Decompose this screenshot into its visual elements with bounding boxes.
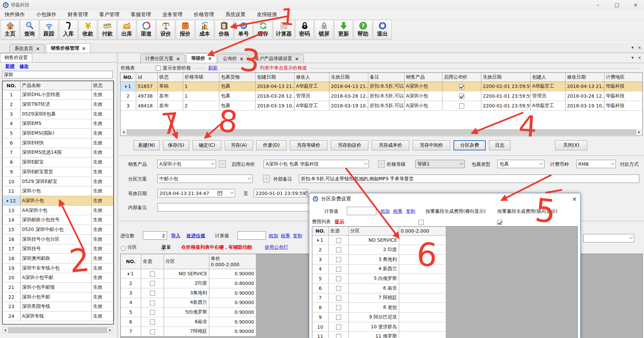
product-row[interactable]: 2 深圳TNT经济 生效 [3,100,113,109]
horizontal-fee-checkbox[interactable] [419,220,424,225]
inbound-button[interactable]: 入库 [59,20,78,40]
import-link[interactable]: 导入 [171,233,180,239]
void-button[interactable]: 作废(D) [256,140,286,150]
col-header-product-name[interactable]: 产品名称 [20,81,91,90]
exit-button[interactable]: 退出 [373,20,392,40]
zone-select-checkbox[interactable] [150,310,155,315]
price-row[interactable]: 1 51657 草稿 1 包裹 2018-04-13 21... A华磊甘工 2… [120,82,643,91]
product-row[interactable]: 7 深圳EMS优选14国 生效 [3,148,113,157]
col-no[interactable]: NO. [120,73,136,82]
col-remark[interactable]: 备注 [368,73,404,82]
zone-fee-row[interactable]: 5 5 白俄罗斯 [312,274,446,284]
close-icon[interactable]: × [176,56,180,61]
dialog-calc-input[interactable] [347,207,376,215]
col-created-date[interactable]: 创建日期 [255,73,294,82]
zone-select-checkbox[interactable] [150,329,155,334]
product-row[interactable]: 15 0520 深圳中邮小包 生效 [3,225,113,235]
tab-public-price[interactable]: 公布价× [218,54,249,63]
cache-button[interactable]: 缓存 [254,20,272,40]
product-row[interactable]: 8 深圳E邮宝 生效 [3,157,113,167]
product-row[interactable]: 24 A深圳专线 生效 [3,311,113,321]
zone-fee-row[interactable]: 4 4 新西兰 [312,264,446,274]
zone-price-row[interactable]: 7 7阿根廷 0.90000 [121,327,256,336]
publish-price-checkbox[interactable] [459,94,464,99]
menu-parcel-ops[interactable]: 小包操作 [36,11,56,18]
product-row[interactable]: 1 深圳DHL小货特惠 生效 [3,90,113,100]
publish-price-checkbox[interactable] [459,84,464,89]
col-expire-date[interactable]: 失效日期 [481,73,530,82]
fee-zone-select-checkbox[interactable] [336,276,341,281]
show-all-prices-checkbox[interactable] [156,66,161,71]
left-panel-hscrollbar[interactable] [2,327,113,333]
close-icon[interactable]: × [572,195,577,202]
close-icon[interactable]: × [638,55,641,60]
log-button[interactable]: 日志 [489,140,511,150]
tip-link[interactable]: 提示 [335,219,344,225]
col-modifier[interactable]: 修改人 [294,73,329,82]
add-link[interactable]: 相加 [269,233,278,239]
valid-to-picker[interactable]: 2200-01-01 23:59:59 [254,189,308,197]
close-icon[interactable]: × [239,56,244,61]
scroll-right-icon[interactable] [636,129,642,135]
col-select-all[interactable]: 全选 [141,254,164,269]
zone-price-row[interactable]: 3 3奥地利 0.90000 [121,288,256,298]
col-status[interactable]: 状态 [157,73,183,82]
publish-price-more-button[interactable]: · [378,160,385,168]
menu-finance[interactable]: 财务管理 [68,11,88,18]
channel-button[interactable]: 渠道 [137,20,156,40]
zone-price-row[interactable]: 1 NO SERVICE 0.90000 [121,269,256,279]
col-id[interactable]: id [136,73,157,82]
col-zone[interactable]: 分区 [164,254,209,269]
zone-select-checkbox[interactable] [150,281,155,286]
product-row[interactable]: 18 深圳澳州邮政 生效 [3,254,113,263]
dialog-add-link[interactable]: 相加 [380,208,390,214]
product-row[interactable]: 23 深圳美国专线 生效 [3,302,113,311]
sales-product-more-button[interactable]: · [219,160,226,168]
external-remark-input[interactable] [299,175,639,183]
col-sales-product[interactable]: 销售产品 [404,73,442,82]
zone-fee-row[interactable]: 2 2 印度 [312,245,446,255]
zone-fee-row[interactable]: 3 3 奥地利 [312,254,446,264]
set-price-button[interactable]: 设价 [156,20,175,40]
product-row[interactable]: 6 深圳E特快 生效 [3,138,113,148]
close-icon[interactable]: × [82,46,86,51]
maximize-button[interactable]: □ [612,2,622,8]
price-row[interactable]: 3 48418 发布 2 包裹 2018-03-19 10... A华磊甘工 2… [120,101,643,110]
change-carry-link[interactable]: 改进位值 [186,233,205,239]
col-effective-date[interactable]: 生效日期 [329,73,368,82]
product-row[interactable]: 11 深圳小包 生效 [3,186,113,196]
col-no[interactable]: NO. [312,227,328,235]
col-select-all[interactable]: 全选 [328,227,348,235]
dialog-title-bar[interactable]: 分区杂费设置 × [309,193,580,204]
update-button[interactable]: 更新 [334,20,353,40]
fee-zone-select-checkbox[interactable] [336,238,341,243]
col-header-no[interactable]: NO. [3,81,20,90]
zone-select-checkbox[interactable] [150,320,155,325]
col-creator[interactable]: 创建人 [530,73,565,82]
dialog-multiply-link[interactable]: 相乘 [393,208,402,214]
close-icon[interactable]: × [638,45,641,50]
edit-link[interactable]: 修改 [19,63,29,69]
zone-fee-row[interactable]: 1 NO SERVICE [312,235,446,245]
fee-zone-select-checkbox[interactable] [336,315,341,320]
zone-select-checkbox[interactable] [150,300,155,305]
new-button[interactable]: 新建(N) [133,140,160,150]
zone-fee-row[interactable]: 6 6 南非 [312,283,446,293]
scrollbar-thumb[interactable] [127,130,636,135]
zone-select-checkbox[interactable] [150,272,155,277]
price-level-combo[interactable]: 等级1 [415,160,465,168]
dialog-copy-link[interactable]: 复制 [406,208,415,214]
zone-fee-row[interactable]: 10 10 斐济群岛 [312,322,446,332]
col-parcel-goods[interactable]: 包裹货物 [219,73,255,82]
copy-link[interactable]: 复制 [293,233,302,239]
close-icon[interactable]: × [36,46,40,51]
sales-product-combo[interactable]: A深圳小包 [157,160,216,168]
tab-customer-product-level[interactable]: 客户产品等级设置× [250,54,304,63]
price-row[interactable]: 2 49738 发布 1 包裹 2018-03-28 12... 管理员 201… [120,91,643,101]
help-button[interactable]: ? 帮助 [354,20,372,40]
price-table-hscrollbar[interactable] [121,129,642,135]
col-price-level[interactable]: 价格等级 [183,73,219,82]
menu-service[interactable]: 客服管理 [131,11,151,18]
currency-combo[interactable]: RMB [576,160,616,168]
col-modified-date[interactable]: 修改日期 [565,73,604,82]
